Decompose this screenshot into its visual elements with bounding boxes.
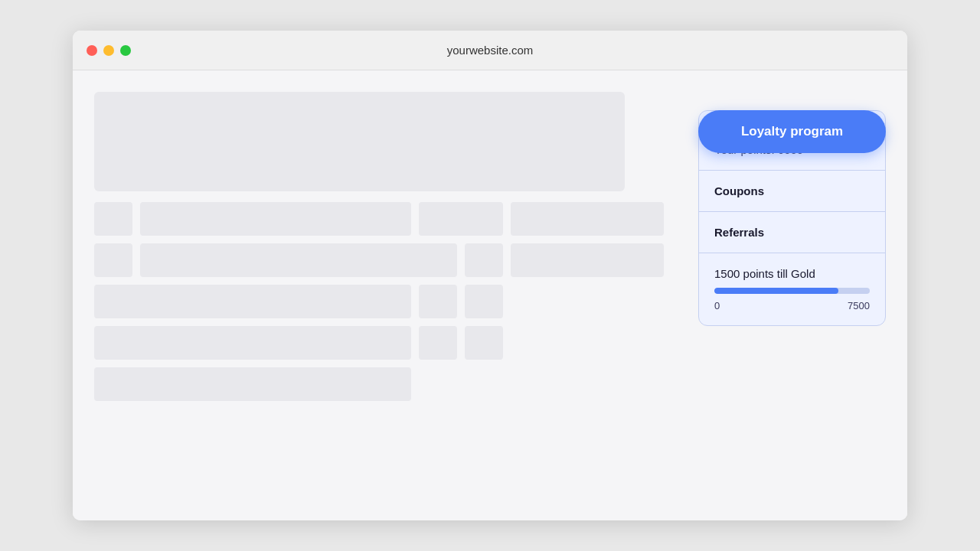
placeholder-cell	[140, 243, 457, 277]
loyalty-program-button[interactable]: Loyalty program	[698, 110, 886, 153]
browser-titlebar: yourwebsite.com	[73, 31, 907, 70]
placeholder-cell	[465, 326, 503, 360]
placeholder-cell	[140, 202, 411, 236]
referrals-section[interactable]: Referrals	[699, 212, 885, 253]
placeholder-cell	[419, 202, 503, 236]
coupons-section[interactable]: Coupons	[699, 171, 885, 212]
placeholder-top-block	[94, 92, 625, 191]
placeholder-cell	[511, 202, 664, 236]
page-layout: Welcome, John! Your points: 6000 Coupons…	[94, 92, 886, 499]
progress-labels: 0 7500	[714, 300, 870, 311]
placeholder-grid	[94, 202, 664, 401]
traffic-lights	[87, 45, 131, 56]
progress-max-label: 7500	[848, 300, 870, 311]
url-bar[interactable]: yourwebsite.com	[447, 44, 534, 57]
placeholder-cell	[94, 326, 411, 360]
placeholder-cell	[419, 285, 457, 318]
coupons-item[interactable]: Coupons	[714, 184, 870, 197]
browser-window: yourwebsite.com	[73, 31, 907, 520]
placeholder-cell	[419, 326, 457, 360]
progress-section: 1500 points till Gold 0 7500	[699, 253, 885, 325]
maximize-button[interactable]	[120, 45, 131, 56]
placeholder-cell	[511, 243, 664, 277]
placeholder-cell	[94, 285, 411, 318]
placeholder-cell	[94, 367, 411, 401]
placeholder-cell	[94, 243, 132, 277]
browser-content: Welcome, John! Your points: 6000 Coupons…	[73, 70, 907, 520]
progress-bar-container	[714, 288, 870, 294]
progress-bar-fill	[714, 288, 838, 294]
points-till-text: 1500 points till Gold	[714, 267, 870, 280]
placeholder-cell	[465, 285, 503, 318]
placeholder-cell	[94, 202, 132, 236]
close-button[interactable]	[87, 45, 97, 56]
referrals-item[interactable]: Referrals	[714, 226, 870, 239]
progress-min-label: 0	[714, 300, 720, 311]
minimize-button[interactable]	[103, 45, 114, 56]
placeholder-cell	[465, 243, 503, 277]
